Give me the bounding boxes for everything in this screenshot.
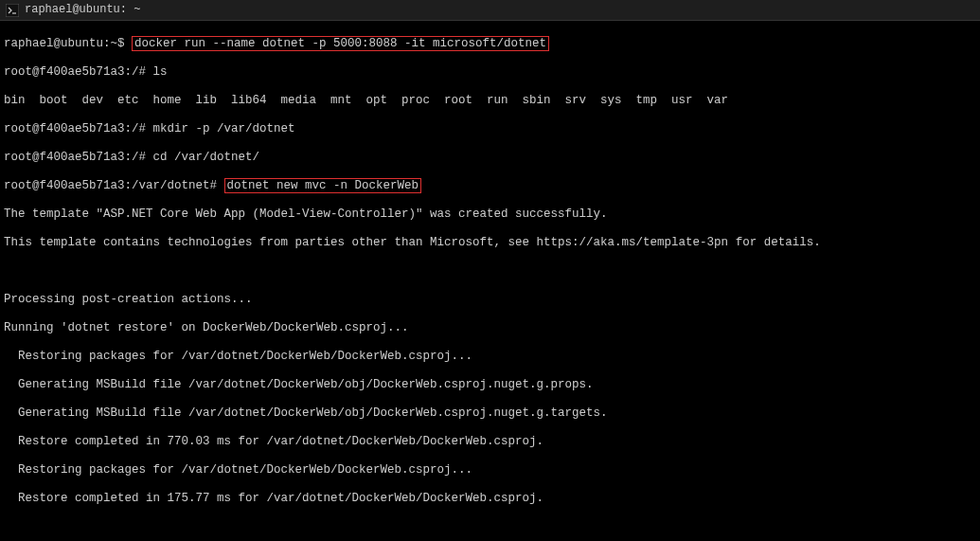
terminal-line: Generating MSBuild file /var/dotnet/Dock… [4, 378, 976, 392]
highlighted-command: docker run --name dotnet -p 5000:8088 -i… [132, 36, 549, 51]
terminal-line: root@f400ae5b71a3:/# mkdir -p /var/dotne… [4, 122, 976, 136]
terminal-line: Restoring packages for /var/dotnet/Docke… [4, 463, 976, 478]
terminal-line [4, 520, 976, 534]
command-text: ls [153, 65, 168, 79]
shell-prompt: raphael@ubuntu:~$ [4, 37, 132, 50]
terminal-output[interactable]: raphael@ubuntu:~$ docker run --name dotn… [0, 21, 980, 541]
svg-rect-0 [6, 4, 19, 17]
terminal-line: The template "ASP.NET Core Web App (Mode… [4, 207, 976, 222]
terminal-line: Restore completed in 770.03 ms for /var/… [4, 435, 976, 449]
terminal-line: Running 'dotnet restore' on DockerWeb/Do… [4, 321, 976, 335]
terminal-line: root@f400ae5b71a3:/# cd /var/dotnet/ [4, 151, 976, 165]
window-title: raphael@ubuntu: ~ [25, 3, 140, 17]
terminal-line: bin boot dev etc home lib lib64 media mn… [4, 94, 976, 108]
terminal-line: root@f400ae5b71a3:/var/dotnet# dotnet ne… [4, 179, 976, 193]
shell-prompt: root@f400ae5b71a3:/# [4, 65, 153, 79]
terminal-line: This template contains technologies from… [4, 236, 976, 250]
terminal-line: Generating MSBuild file /var/dotnet/Dock… [4, 406, 976, 421]
window-titlebar: raphael@ubuntu: ~ [0, 0, 980, 21]
shell-prompt: root@f400ae5b71a3:/# [4, 151, 153, 164]
terminal-line: Restoring packages for /var/dotnet/Docke… [4, 350, 976, 364]
terminal-line [4, 264, 976, 279]
shell-prompt: root@f400ae5b71a3:/# [4, 122, 153, 135]
terminal-line: root@f400ae5b71a3:/# ls [4, 65, 976, 80]
command-text: mkdir -p /var/dotnet [153, 122, 295, 135]
terminal-line: Processing post-creation actions... [4, 293, 976, 307]
terminal-line: raphael@ubuntu:~$ docker run --name dotn… [4, 37, 976, 51]
terminal-icon [6, 4, 19, 17]
command-text: cd /var/dotnet/ [153, 151, 260, 164]
terminal-line: Restore completed in 175.77 ms for /var/… [4, 492, 976, 506]
shell-prompt: root@f400ae5b71a3:/var/dotnet# [4, 179, 224, 192]
highlighted-command: dotnet new mvc -n DockerWeb [224, 178, 422, 193]
